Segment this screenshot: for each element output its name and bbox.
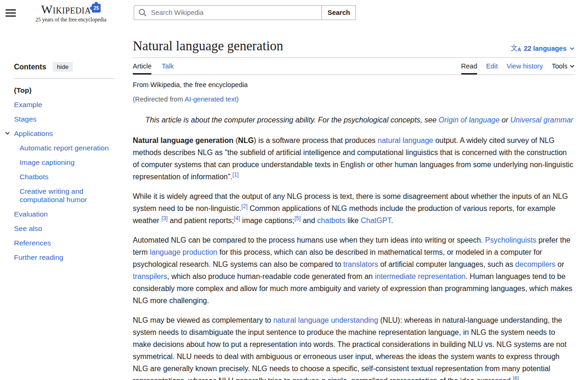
toc-item-label[interactable]: Stages [14, 115, 36, 123]
search-input[interactable] [134, 5, 322, 20]
main-menu-button[interactable] [6, 7, 18, 19]
toc-item-applications[interactable]: Applications [14, 126, 115, 141]
text-run: NLG may be viewed as complementary to [133, 316, 273, 324]
tools-label: Tools [552, 62, 567, 70]
logo-wordmark: Wikipedia [41, 3, 91, 16]
bold-text: Natural language generation [133, 136, 233, 144]
bold-text: NLG [238, 136, 254, 144]
wiki-link[interactable]: transpilers [133, 272, 167, 280]
hamburger-icon [6, 9, 16, 17]
text-run: and patient reports; [168, 217, 234, 224]
wiki-link[interactable]: Origin of language [438, 116, 499, 124]
text-run: . [391, 217, 393, 224]
toc-item-label[interactable]: Further reading [14, 253, 63, 261]
reference-link-anchor[interactable]: [4] [234, 215, 240, 222]
toc-item-stages[interactable]: Stages [14, 112, 115, 126]
chevron-down-icon[interactable] [4, 130, 11, 136]
reference-link: [4] [234, 215, 240, 222]
text-run: , which also produce human-readable code… [167, 272, 375, 280]
reference-link-anchor[interactable]: [3] [161, 215, 167, 222]
chevron-down-icon [569, 63, 575, 69]
toc-item-chatbots[interactable]: Chatbots [14, 170, 115, 184]
redirect-link[interactable]: AI-generated text [185, 95, 236, 103]
text-run: (NLU): whereas in natural-language under… [133, 316, 567, 380]
wiki-link[interactable]: Universal grammar [510, 116, 573, 124]
wiki-link[interactable]: ChatGPT [361, 217, 391, 224]
toc-item-top[interactable]: (Top) [14, 83, 115, 97]
chevron-down-icon [569, 46, 575, 51]
search-button[interactable]: Search [321, 5, 356, 20]
reference-link-anchor[interactable]: [6] [513, 375, 519, 380]
tab-tools[interactable]: Tools [552, 58, 575, 75]
text-run: This article is about the computer proce… [145, 116, 438, 124]
text-run: and [301, 217, 317, 224]
languages-button[interactable]: 文A 22 languages [511, 44, 575, 54]
toc-list: (Top)ExampleStagesApplicationsAutomatic … [14, 83, 115, 265]
wiki-link[interactable]: intermediate representation [375, 272, 465, 280]
wiki-link[interactable]: language production [150, 248, 217, 256]
toc-item-label[interactable]: Image captioning [20, 158, 75, 166]
text-run: ( [233, 136, 238, 144]
text-run: image captions; [240, 217, 294, 224]
reference-link-anchor[interactable]: [2] [241, 203, 247, 210]
paragraph: Automated NLG can be compared to the pro… [133, 234, 575, 307]
toc-item-references[interactable]: References [14, 236, 115, 250]
wiki-link[interactable]: translators [343, 260, 378, 268]
toc-item-example[interactable]: Example [14, 97, 115, 112]
article-body: Natural language generation (NLG) is a s… [133, 135, 575, 380]
search-bar: Search [134, 5, 356, 20]
tab-article[interactable]: Article [133, 58, 151, 75]
toc-item-evaluation[interactable]: Evaluation [14, 207, 115, 221]
site-subtitle: From Wikipedia, the free encyclopedia [133, 81, 575, 88]
wiki-link[interactable]: chatbots [317, 217, 345, 224]
text-run: like [345, 217, 361, 224]
paragraph: NLG may be viewed as complementary to na… [133, 314, 575, 380]
language-icon: 文A [511, 44, 521, 52]
wiki-link[interactable]: natural language understanding [273, 316, 378, 324]
toc-item-label[interactable]: References [14, 239, 51, 247]
site-header: Wikipedia25 25 years of the free encyclo… [0, 0, 588, 26]
reference-link: [6] [513, 375, 519, 380]
toc-item-creative-writing-and-computational-humor[interactable]: Creative writing and computational humor [14, 184, 115, 207]
logo-25-badge: 25 [92, 4, 101, 13]
toc-item-image-captioning[interactable]: Image captioning [14, 155, 115, 170]
reference-link-anchor[interactable]: [1] [232, 171, 239, 178]
tab-edit[interactable]: Edit [486, 58, 498, 75]
paragraph: While it is widely agreed that the outpu… [133, 190, 575, 227]
toc-item-see-also[interactable]: See also [14, 221, 115, 236]
wiki-link[interactable]: natural language [378, 136, 433, 144]
search-icon [138, 8, 147, 17]
toc-item-automatic-report-generation[interactable]: Automatic report generation [14, 141, 115, 155]
tab-read[interactable]: Read [461, 58, 478, 75]
toc-item-label[interactable]: Chatbots [20, 173, 48, 181]
toc-hide-button[interactable]: hide [53, 62, 73, 72]
toc-item-label[interactable]: Automatic report generation [20, 144, 109, 152]
reference-link: [3] [161, 215, 167, 222]
toc-item-label[interactable]: (Top) [14, 86, 32, 94]
toc-item-further-reading[interactable]: Further reading [14, 250, 115, 265]
article-content: Natural language generation 文A 22 langua… [133, 26, 575, 380]
toc-item-label[interactable]: Example [14, 101, 42, 109]
table-of-contents: Contents hide (Top)ExampleStagesApplicat… [0, 26, 121, 265]
text-run: Automated NLG can be compared to the pro… [133, 236, 485, 244]
tab-view-history[interactable]: View history [506, 58, 543, 75]
toc-item-label[interactable]: See also [14, 224, 42, 232]
article-tab-bar: Article Talk Read Edit View history Tool… [133, 58, 575, 75]
languages-label: 22 languages [524, 45, 567, 52]
text-run: of artificial computer languages, such a… [378, 260, 515, 268]
hatnote: This article is about the computer proce… [133, 115, 575, 125]
reference-link: [2] [241, 203, 247, 210]
toc-item-label[interactable]: Evaluation [14, 210, 48, 218]
tab-talk[interactable]: Talk [162, 58, 174, 75]
text-run: or [555, 260, 564, 268]
toc-item-label[interactable]: Creative writing and computational humor [20, 187, 87, 204]
reference-link-anchor[interactable]: [5] [294, 215, 301, 222]
text-run: or [499, 116, 510, 124]
wikipedia-logo[interactable]: Wikipedia25 25 years of the free encyclo… [35, 3, 106, 22]
reference-link: [5] [294, 215, 301, 222]
toc-item-label[interactable]: Applications [14, 129, 53, 137]
wiki-link[interactable]: Psycholinguists [485, 236, 536, 244]
redirect-suffix: ) [236, 95, 239, 103]
wiki-link[interactable]: decompilers [515, 260, 555, 268]
toc-title: Contents [14, 63, 46, 71]
